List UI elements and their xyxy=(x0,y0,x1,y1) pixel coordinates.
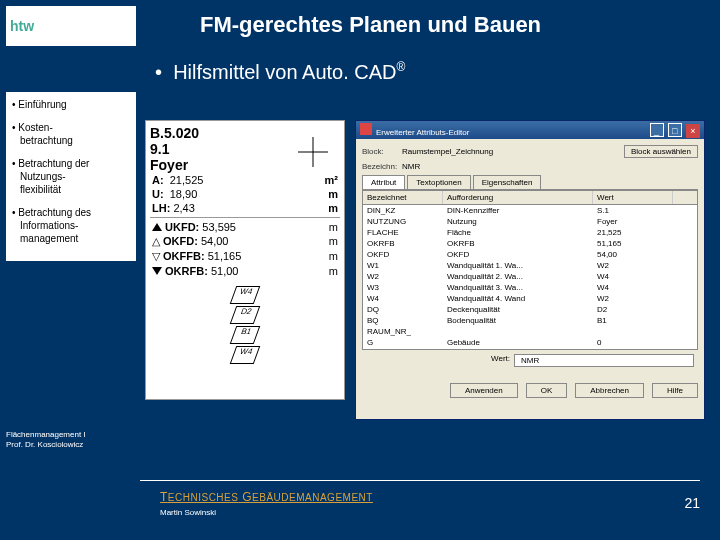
table-row[interactable]: W3Wandqualität 3. Wa...W4 xyxy=(363,282,697,293)
app-icon xyxy=(360,123,372,135)
footer-divider xyxy=(140,480,700,481)
table-row[interactable]: NUTZUNGNutzungFoyer xyxy=(363,216,697,227)
page-number: 21 xyxy=(684,495,700,511)
footer-author: Martin Sowinski xyxy=(160,508,216,517)
sidebar-item-flex: • Betrachtung der Nutzungs- flexibilität xyxy=(12,157,130,196)
reference-citation: Flächenmanagement I Prof. Dr. Kosciolowi… xyxy=(6,430,136,451)
value-label: Wert: xyxy=(491,354,510,367)
block-label: Block: xyxy=(362,147,402,156)
footer-title: TECHNISCHES GEBÄUDEMANAGEMENT xyxy=(160,490,373,504)
sidebar-item-info: • Betrachtung des Informations- manageme… xyxy=(12,206,130,245)
attribute-editor-dialog: Erweiterter Attributs-Editor _ □ × Block… xyxy=(355,120,705,420)
tab-attribute[interactable]: Attribut xyxy=(362,175,405,189)
ok-button[interactable]: OK xyxy=(526,383,568,398)
block-value: Raumstempel_Zeichnung xyxy=(402,147,493,156)
designation-label: Bezeichn: xyxy=(362,162,402,171)
room-stamp-panel: B.5.020 9.1 Foyer A: 21,525m² U: 18,90m … xyxy=(145,120,345,400)
tab-properties[interactable]: Eigenschaften xyxy=(473,175,542,189)
htw-logo: htw xyxy=(6,6,136,46)
slide-subtitle: • Hilfsmittel von Auto. CAD® xyxy=(155,60,405,84)
logo-text: htw xyxy=(10,18,34,34)
table-row[interactable]: BQBodenqualitätB1 xyxy=(363,315,697,326)
slide-title: FM-gerechtes Planen und Bauen xyxy=(200,12,541,38)
apply-button[interactable]: Anwenden xyxy=(450,383,518,398)
table-row[interactable]: W1Wandqualität 1. Wa...W2 xyxy=(363,260,697,271)
close-button[interactable]: × xyxy=(686,124,700,138)
minimize-button[interactable]: _ xyxy=(650,123,664,137)
sidebar-item-cost: • Kosten- betrachtung xyxy=(12,121,130,147)
value-input[interactable] xyxy=(514,354,694,367)
sidebar-item-intro: • Einführung xyxy=(12,98,130,111)
diamond-labels: W4 D2 B1 W4 xyxy=(150,284,340,364)
designation-value: NMR xyxy=(402,162,420,171)
table-row[interactable]: OKFDOKFD54,00 xyxy=(363,249,697,260)
table-row[interactable]: RAUM_NR_ xyxy=(363,326,697,337)
attribute-table[interactable]: Bezeichnet Aufforderung Wert DIN_KZDIN-K… xyxy=(362,190,698,350)
table-row[interactable]: W2Wandqualität 2. Wa...W4 xyxy=(363,271,697,282)
help-button[interactable]: Hilfe xyxy=(652,383,698,398)
triangle-down-icon xyxy=(152,267,162,275)
select-block-button[interactable]: Block auswählen xyxy=(624,145,698,158)
origin-cross-icon xyxy=(298,137,328,167)
table-row[interactable]: DIN_KZDIN-KennzifferS.1 xyxy=(363,205,697,216)
dialog-tabs: Attribut Textoptionen Eigenschaften xyxy=(362,175,698,190)
cancel-button[interactable]: Abbrechen xyxy=(575,383,644,398)
table-row[interactable]: FLACHEFläche21,525 xyxy=(363,227,697,238)
tab-textoptions[interactable]: Textoptionen xyxy=(407,175,470,189)
dialog-footer: Anwenden OK Abbrechen Hilfe xyxy=(356,377,704,404)
sidebar-nav: • Einführung • Kosten- betrachtung • Bet… xyxy=(6,92,136,261)
table-row[interactable]: GGebäude0 xyxy=(363,337,697,348)
table-row[interactable]: OKRFBOKRFB51,165 xyxy=(363,238,697,249)
maximize-button[interactable]: □ xyxy=(668,123,682,137)
dialog-titlebar[interactable]: Erweiterter Attributs-Editor _ □ × xyxy=(356,121,704,139)
triangle-up-icon xyxy=(152,223,162,231)
table-row[interactable]: W4Wandqualität 4. WandW2 xyxy=(363,293,697,304)
table-row[interactable]: DQDeckenqualitätD2 xyxy=(363,304,697,315)
